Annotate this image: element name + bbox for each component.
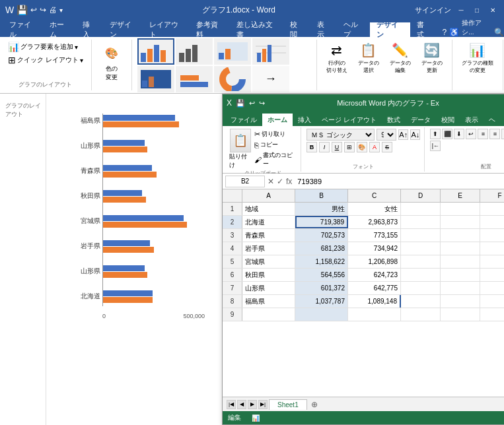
cell-a8[interactable]: 福島県 xyxy=(242,295,295,308)
strikethrough-button[interactable]: S xyxy=(382,142,392,152)
cell-e1[interactable] xyxy=(441,203,480,215)
align-center-button[interactable]: ≡ xyxy=(489,129,500,139)
excel-tab-data[interactable]: データ xyxy=(406,114,436,126)
change-chart-type-button[interactable]: 📊 グラフの種類の変更 xyxy=(458,41,497,75)
cell-a3[interactable]: 青森県 xyxy=(242,229,295,242)
cell-d7[interactable] xyxy=(401,282,441,294)
excel-tab-insert[interactable]: 挿入 xyxy=(293,114,316,126)
excel-redo-icon[interactable]: ↪ xyxy=(259,99,265,108)
search-icon[interactable]: 🔍 xyxy=(494,28,504,37)
chart-style-8[interactable]: → xyxy=(252,66,289,92)
cell-b2[interactable]: 719,389 xyxy=(295,216,348,228)
cell-d6[interactable] xyxy=(401,269,441,281)
sheet-tab-1[interactable]: Sheet1 xyxy=(269,399,307,410)
cell-b9[interactable] xyxy=(295,308,348,321)
cell-a4[interactable]: 岩手県 xyxy=(242,242,295,255)
excel-tab-file[interactable]: ファイル xyxy=(225,114,262,126)
signin-button[interactable]: サインイン xyxy=(415,5,451,15)
excel-undo-icon[interactable]: ↩ xyxy=(249,99,255,108)
add-sheet-button[interactable]: ⊕ xyxy=(308,399,320,410)
chart-style-7[interactable] xyxy=(214,66,251,92)
cell-f1[interactable] xyxy=(480,203,504,215)
cell-d1[interactable] xyxy=(401,203,441,215)
align-left-button[interactable]: ≡ xyxy=(478,129,488,139)
help-icon[interactable]: ? xyxy=(443,28,447,37)
cell-c2[interactable]: 2,963,873 xyxy=(348,216,401,228)
tab-help[interactable]: ヘルプ xyxy=(337,22,371,37)
cell-d9[interactable] xyxy=(401,308,441,321)
tab-chart-design[interactable]: デザイン xyxy=(370,22,410,37)
cell-b8[interactable]: 1,037,787 xyxy=(295,295,348,308)
add-element-button[interactable]: 📊 グラフ要素を追加 ▾ xyxy=(5,41,86,53)
cell-f2[interactable] xyxy=(480,216,504,228)
excel-tab-review[interactable]: 校閲 xyxy=(436,114,460,126)
cell-c6[interactable]: 624,723 xyxy=(348,269,401,281)
formula-input[interactable] xyxy=(295,176,504,187)
cell-d3[interactable] xyxy=(401,229,441,242)
cell-f3[interactable] xyxy=(480,229,504,242)
bold-button[interactable]: B xyxy=(306,142,317,152)
tab-layout[interactable]: レイアウト xyxy=(143,22,190,37)
excel-save-icon[interactable]: 💾 xyxy=(236,99,245,108)
italic-button[interactable]: I xyxy=(319,142,330,152)
fill-button[interactable]: 🎨 xyxy=(357,142,367,152)
edit-data-button[interactable]: ✏️ データの編集 xyxy=(386,41,415,75)
color-change-button[interactable]: 🎨 色の変更 xyxy=(97,41,126,83)
cut-button[interactable]: ✂ 切り取り xyxy=(254,130,297,139)
cell-d5[interactable] xyxy=(401,255,441,268)
outdent-button[interactable]: |← xyxy=(430,141,441,151)
undo-icon[interactable]: ↩ xyxy=(30,5,37,15)
tab-view[interactable]: 表示 xyxy=(310,22,337,37)
row-col-switch-button[interactable]: ⇄ 行/列の切り替え xyxy=(322,41,351,75)
formula-fx-icon[interactable]: fx xyxy=(286,177,292,186)
font-size-select[interactable]: 9 xyxy=(377,129,396,141)
cell-c9[interactable] xyxy=(348,308,401,321)
font-shrink-button[interactable]: A↓ xyxy=(410,129,420,140)
excel-tab-page-layout[interactable]: ページ レイアウト xyxy=(316,114,382,126)
cell-c3[interactable]: 773,155 xyxy=(348,229,401,242)
cell-f7[interactable] xyxy=(480,282,504,294)
format-painter-button[interactable]: 🖌 書式のコピー xyxy=(254,151,297,168)
font-name-select[interactable]: ＭＳ ゴシック xyxy=(306,129,375,141)
close-button[interactable]: ✕ xyxy=(487,4,499,16)
cell-b7[interactable]: 601,372 xyxy=(295,282,348,294)
cell-a2[interactable]: 北海道 xyxy=(242,216,295,228)
save-icon[interactable]: 💾 xyxy=(17,5,28,15)
cell-a9[interactable] xyxy=(242,308,295,321)
excel-tab-home[interactable]: ホーム xyxy=(262,114,293,126)
excel-tab-he[interactable]: ヘ xyxy=(484,114,501,126)
cell-d8[interactable] xyxy=(401,295,441,308)
tab-references[interactable]: 参考資料 xyxy=(190,22,230,37)
chart-style-3[interactable] xyxy=(214,38,251,65)
chart-style-5[interactable] xyxy=(137,66,174,92)
cell-e6[interactable] xyxy=(441,269,480,281)
cell-d2[interactable] xyxy=(401,216,441,228)
cell-f4[interactable] xyxy=(480,242,504,255)
underline-button[interactable]: U xyxy=(332,142,342,152)
tab-review[interactable]: 校閲 xyxy=(283,22,310,37)
formula-cancel-icon[interactable]: ✕ xyxy=(268,177,274,186)
scroll-next-btn[interactable]: ▶ xyxy=(248,400,257,409)
cell-e9[interactable] xyxy=(441,308,480,321)
cell-e3[interactable] xyxy=(441,229,480,242)
tab-format[interactable]: 書式 xyxy=(410,22,437,37)
cell-b4[interactable]: 681,238 xyxy=(295,242,348,255)
formula-confirm-icon[interactable]: ✓ xyxy=(277,177,283,186)
cell-f5[interactable] xyxy=(480,255,504,268)
font-color-button[interactable]: A xyxy=(369,142,380,152)
cell-f8[interactable] xyxy=(480,295,504,308)
tab-file[interactable]: ファイル xyxy=(3,22,43,37)
copy-button[interactable]: ⎘ コピー xyxy=(254,141,297,149)
chart-style-6[interactable] xyxy=(176,66,213,92)
cell-c8[interactable]: 1,089,148 xyxy=(348,295,401,308)
col-header-d[interactable]: D xyxy=(401,189,441,202)
scroll-last-btn[interactable]: ▶| xyxy=(258,400,268,409)
cell-d4[interactable] xyxy=(401,242,441,255)
cell-c4[interactable]: 734,942 xyxy=(348,242,401,255)
cell-b6[interactable]: 564,556 xyxy=(295,269,348,281)
tab-home[interactable]: ホーム xyxy=(43,22,77,37)
print-icon[interactable]: 🖨 xyxy=(49,5,57,15)
align-middle-button[interactable]: ⬛ xyxy=(442,129,452,139)
refresh-data-button[interactable]: 🔄 データの更新 xyxy=(417,41,447,75)
cell-c1[interactable]: 女性 xyxy=(348,203,401,215)
